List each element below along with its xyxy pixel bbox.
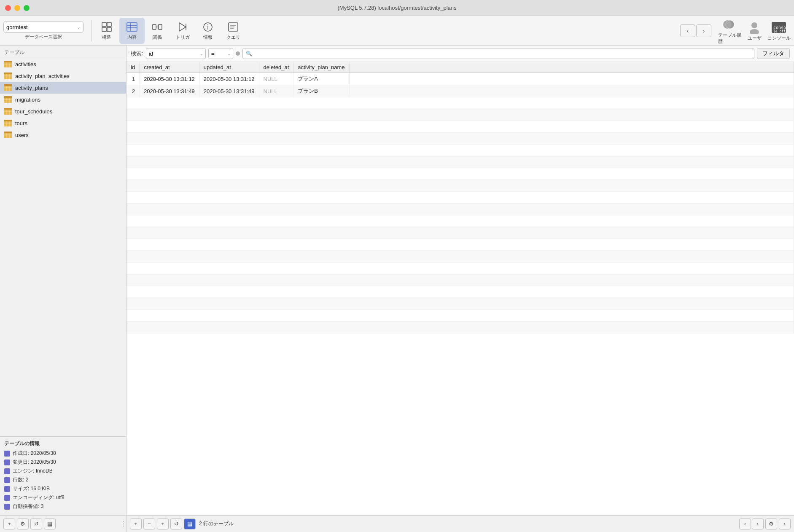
svg-rect-39 [4, 84, 12, 86]
filter-button[interactable]: フィルタ [757, 48, 790, 59]
table-icon-activity-plans [4, 84, 12, 91]
filter-search-input[interactable] [242, 48, 754, 59]
add-row-button[interactable]: + [130, 519, 142, 529]
sidebar-table-info: テーブルの情報 作成日: 2020/05/30 変更日: 2020/05/30 … [0, 436, 126, 515]
toolbar-divider-1 [91, 20, 92, 41]
table-row[interactable]: 2 2020-05-30 13:31:49 2020-05-30 13:31:4… [127, 85, 794, 97]
cell-id-2[interactable]: 2 [127, 85, 140, 97]
svg-rect-34 [4, 73, 12, 74]
filter-op-wrapper[interactable]: = != > < LIKE ⌄ [208, 48, 233, 59]
cell-plan-name-2[interactable]: プランB [293, 85, 349, 97]
table-row-empty [127, 251, 794, 263]
db-select[interactable]: gormtest [3, 21, 83, 33]
sidebar-resize-handle[interactable]: ⋮ [120, 520, 123, 528]
structure-label: 構造 [102, 34, 111, 40]
filter-search-wrap[interactable]: 🔍 [242, 48, 754, 59]
db-selector-group: gormtest ⌄ データベース選択 [3, 21, 83, 40]
table-row-empty [127, 180, 794, 192]
table-history-button[interactable]: テーブル履歴 [718, 17, 742, 45]
cell-created-at-1[interactable]: 2020-05-30 13:31:12 [140, 73, 199, 85]
cell-updated-at-2[interactable]: 2020-05-30 13:31:49 [199, 85, 259, 97]
page-nav-left-button[interactable]: ‹ [739, 519, 751, 529]
cell-deleted-at-1[interactable]: NULL [259, 73, 293, 85]
filter-label: 検索: [131, 50, 143, 57]
info-size-icon [4, 486, 10, 492]
table-icon-activity-plan-activities [4, 73, 12, 79]
user-button[interactable]: ユーザ [743, 20, 766, 41]
table-icon-tour-schedules [4, 108, 12, 115]
bottom-bar: + ⚙ ↺ ▤ ⋮ + − + ↺ ▤ 2 行のテーブル ‹ › ⚙ › [0, 515, 794, 532]
info-button[interactable]: 情報 [195, 18, 221, 44]
sidebar-item-activity-plans[interactable]: activity_plans [0, 82, 126, 94]
col-header-deleted-at[interactable]: deleted_at [259, 62, 293, 73]
minimize-button[interactable] [14, 5, 20, 11]
sidebar-item-users[interactable]: users [0, 129, 126, 141]
info-row-created: 作成日: 2020/05/30 [4, 450, 122, 457]
table-row[interactable]: 1 2020-05-30 13:31:12 2020-05-30 13:31:1… [127, 73, 794, 85]
page-nav-right-button[interactable]: › [752, 519, 764, 529]
svg-point-23 [751, 22, 757, 28]
cell-plan-name-1[interactable]: プランA [293, 73, 349, 85]
col-header-created-at[interactable]: created_at [140, 62, 199, 73]
table-icon-activities [4, 61, 12, 67]
db-select-label: データベース選択 [25, 34, 62, 40]
info-row-encoding: エンコーディング: utf8 [4, 494, 122, 501]
user-label: ユーザ [748, 35, 762, 41]
trigger-label: トリガ [176, 34, 190, 40]
duplicate-row-button[interactable]: + [157, 519, 169, 529]
col-header-activity-plan-name[interactable]: activity_plan_name [293, 62, 349, 73]
save-button[interactable]: ▤ [184, 519, 196, 529]
cell-deleted-at-2[interactable]: NULL [259, 85, 293, 97]
sidebar-item-migrations[interactable]: migrations [0, 94, 126, 105]
table-row-empty [127, 310, 794, 322]
filter-field-wrapper[interactable]: id created_at updated_at deleted_at acti… [146, 48, 206, 59]
bottom-more-button[interactable]: › [779, 519, 791, 529]
close-button[interactable] [5, 5, 11, 11]
info-row-autoincrement: 自動採番値: 3 [4, 503, 122, 510]
db-select-wrapper[interactable]: gormtest ⌄ [3, 21, 83, 33]
add-table-button[interactable]: + [3, 519, 15, 529]
maximize-button[interactable] [24, 5, 30, 11]
sidebar-item-activity-plan-activities[interactable]: activity_plan_activities [0, 70, 126, 82]
sidebar-item-tour-schedules[interactable]: tour_schedules [0, 105, 126, 117]
filter-op-select[interactable]: = != > < LIKE [208, 48, 233, 59]
main-layout: テーブル activities [0, 46, 794, 515]
delete-row-button[interactable]: − [143, 519, 155, 529]
filter-dot [236, 51, 240, 56]
trigger-button[interactable]: トリガ [170, 18, 195, 44]
content-button[interactable]: 内容 [119, 18, 145, 44]
cell-id-1[interactable]: 1 [127, 73, 140, 85]
refresh-table-button[interactable]: ↺ [170, 519, 182, 529]
table-row-empty [127, 227, 794, 239]
sidebar-item-tours-label: tours [15, 120, 27, 126]
svg-rect-44 [4, 96, 12, 98]
query-button[interactable]: クエリ [221, 18, 246, 44]
sidebar-item-tours[interactable]: tours [0, 117, 126, 129]
col-header-empty [349, 62, 794, 73]
filter-bar: 検索: id created_at updated_at deleted_at … [127, 46, 794, 62]
bottom-settings-button[interactable]: ⚙ [765, 519, 777, 529]
filter-field-select[interactable]: id created_at updated_at deleted_at acti… [146, 48, 206, 59]
sidebar-list: activities activity_plan_activities [0, 58, 126, 436]
content-view-button[interactable]: ▤ [44, 519, 56, 529]
structure-button[interactable]: 構造 [94, 18, 119, 44]
bottom-gear-button[interactable]: ⚙ [17, 519, 29, 529]
sidebar-item-activities[interactable]: activities [0, 58, 126, 70]
nav-back-button[interactable]: ‹ [680, 24, 695, 37]
svg-rect-4 [127, 23, 137, 31]
cell-created-at-2[interactable]: 2020-05-30 13:31:49 [140, 85, 199, 97]
relation-button[interactable]: 関係 [145, 18, 170, 44]
cell-updated-at-1[interactable]: 2020-05-30 13:31:12 [199, 73, 259, 85]
refresh-sidebar-button[interactable]: ↺ [30, 519, 42, 529]
svg-rect-9 [159, 24, 162, 30]
sidebar-header: テーブル [0, 46, 126, 58]
table-row-empty [127, 168, 794, 180]
nav-forward-button[interactable]: › [696, 24, 711, 37]
col-header-updated-at[interactable]: updated_at [199, 62, 259, 73]
col-header-id[interactable]: id [127, 62, 140, 73]
relation-label: 関係 [153, 34, 162, 40]
table-row-empty [127, 215, 794, 227]
svg-marker-11 [179, 23, 186, 31]
console-button[interactable]: conso le off コンソール [767, 20, 791, 41]
svg-point-24 [750, 29, 759, 34]
